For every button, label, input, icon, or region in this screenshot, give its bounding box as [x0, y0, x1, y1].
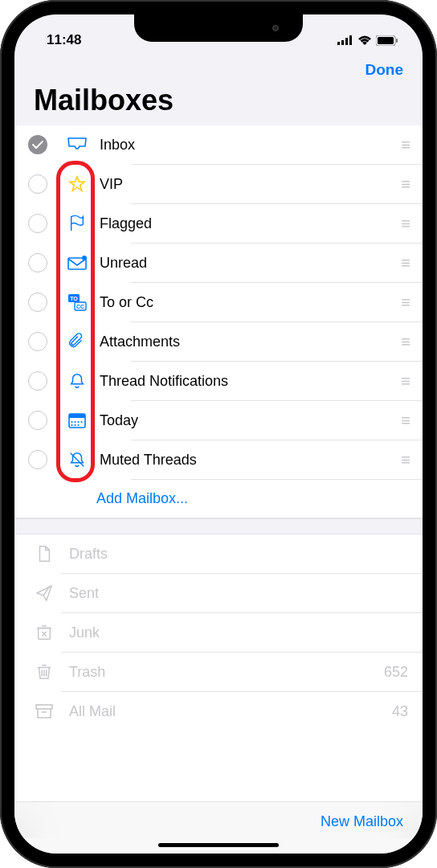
svg-point-16: [74, 421, 76, 423]
check-off-icon[interactable]: [28, 450, 47, 469]
drag-handle-icon[interactable]: ≡: [401, 451, 408, 469]
smart-mailbox-section: Inbox ≡ VIP ≡ Flagged ≡ Unread ≡ TOCC To…: [14, 125, 423, 518]
check-off-icon[interactable]: [28, 174, 47, 194]
phone-frame: 11:48 Done Mailboxes Inbox ≡ VIP ≡: [0, 0, 437, 868]
check-off-icon[interactable]: [28, 371, 47, 391]
drag-handle-icon[interactable]: ≡: [401, 411, 408, 430]
mailbox-label: Drafts: [63, 546, 408, 563]
archive-icon: [34, 702, 63, 720]
mailbox-label: Trash: [63, 664, 384, 681]
drag-handle-icon[interactable]: ≡: [401, 215, 408, 233]
mailbox-row-today[interactable]: Today ≡: [14, 401, 423, 440]
paperplane-icon: [34, 584, 63, 602]
mailbox-row-inbox[interactable]: Inbox ≡: [14, 125, 423, 164]
svg-rect-24: [36, 705, 52, 709]
toolbar: New Mailbox: [14, 801, 423, 838]
bell-slash-icon: [61, 451, 93, 469]
svg-rect-6: [396, 39, 398, 43]
check-off-icon[interactable]: [28, 214, 47, 233]
done-button[interactable]: Done: [366, 61, 404, 79]
svg-rect-14: [69, 414, 85, 418]
drag-handle-icon[interactable]: ≡: [401, 372, 408, 391]
mailbox-row-vip[interactable]: VIP ≡: [14, 165, 423, 203]
svg-point-18: [80, 421, 82, 423]
mailbox-count: 43: [392, 703, 408, 720]
paperclip-icon: [61, 333, 93, 350]
drag-handle-icon[interactable]: ≡: [401, 136, 408, 154]
svg-point-20: [74, 424, 76, 426]
account-row-allmail[interactable]: All Mail 43: [14, 692, 423, 731]
tocc-icon: TOCC: [61, 293, 93, 311]
drag-handle-icon[interactable]: ≡: [401, 333, 408, 351]
drag-handle-icon[interactable]: ≡: [401, 175, 408, 194]
mailbox-label: All Mail: [63, 703, 392, 720]
page-title: Mailboxes: [14, 82, 423, 125]
mailbox-label: Junk: [63, 624, 408, 641]
svg-rect-3: [349, 35, 352, 45]
mailbox-row-tocc[interactable]: TOCC To or Cc ≡: [14, 283, 423, 321]
screen: 11:48 Done Mailboxes Inbox ≡ VIP ≡: [14, 14, 423, 854]
account-row-junk[interactable]: Junk: [14, 613, 423, 652]
tray-icon: [61, 136, 93, 154]
mailbox-list: Inbox ≡ VIP ≡ Flagged ≡ Unread ≡ TOCC To…: [14, 125, 423, 801]
envelope-dot-icon: [61, 254, 93, 272]
svg-point-15: [71, 421, 72, 423]
svg-point-21: [77, 424, 79, 426]
battery-icon: [376, 35, 398, 46]
mailbox-row-attachments[interactable]: Attachments ≡: [14, 322, 423, 361]
mailbox-label: Attachments: [93, 334, 401, 350]
svg-point-19: [71, 424, 72, 426]
mailbox-label: Muted Threads: [93, 452, 401, 469]
mailbox-row-flagged[interactable]: Flagged ≡: [14, 204, 423, 243]
doc-icon: [34, 545, 63, 563]
check-on-icon[interactable]: [28, 135, 47, 154]
svg-rect-5: [378, 37, 394, 44]
notch: [134, 14, 303, 42]
home-indicator-area: [14, 838, 423, 854]
flag-icon: [61, 215, 93, 232]
check-off-icon[interactable]: [28, 293, 47, 312]
check-off-icon[interactable]: [28, 253, 47, 272]
wifi-icon: [357, 35, 372, 45]
mailbox-label: Unread: [93, 255, 401, 272]
mailbox-row-muted[interactable]: Muted Threads ≡: [14, 440, 423, 479]
junk-icon: [34, 624, 63, 641]
mailbox-label: Sent: [63, 585, 408, 602]
mailbox-count: 652: [384, 664, 408, 681]
status-time: 11:48: [47, 32, 81, 48]
account-row-drafts[interactable]: Drafts: [14, 534, 423, 573]
mailbox-row-threadnotif[interactable]: Thread Notifications ≡: [14, 362, 423, 400]
calendar-icon: [61, 411, 93, 429]
bell-icon: [61, 372, 93, 390]
svg-point-17: [77, 421, 79, 423]
add-mailbox-button[interactable]: Add Mailbox...: [14, 480, 423, 518]
cellular-icon: [337, 35, 353, 45]
svg-text:CC: CC: [76, 304, 84, 309]
section-spacer: [14, 518, 423, 534]
mailbox-label: Today: [93, 412, 401, 429]
account-row-trash[interactable]: Trash 652: [14, 653, 423, 691]
home-indicator[interactable]: [158, 843, 279, 847]
svg-text:TO: TO: [70, 296, 78, 301]
mailbox-label: Inbox: [93, 137, 401, 154]
drag-handle-icon[interactable]: ≡: [401, 254, 408, 272]
svg-rect-1: [341, 40, 344, 45]
star-icon: [61, 175, 93, 193]
mailbox-label: VIP: [93, 176, 401, 193]
new-mailbox-button[interactable]: New Mailbox: [321, 813, 403, 830]
mailbox-row-unread[interactable]: Unread ≡: [14, 244, 423, 282]
check-off-icon[interactable]: [28, 411, 47, 430]
trash-icon: [34, 663, 63, 681]
mailbox-label: To or Cc: [93, 294, 401, 311]
account-row-sent[interactable]: Sent: [14, 574, 423, 612]
svg-rect-0: [337, 42, 340, 45]
account-mailbox-section: Drafts Sent Junk Trash 652 All Mail 43: [14, 534, 423, 731]
svg-rect-2: [345, 38, 348, 45]
drag-handle-icon[interactable]: ≡: [401, 293, 408, 312]
check-off-icon[interactable]: [28, 332, 47, 351]
mailbox-label: Thread Notifications: [93, 373, 401, 390]
mailbox-label: Flagged: [93, 215, 401, 232]
nav-bar: Done: [14, 53, 423, 82]
svg-point-8: [82, 256, 87, 260]
